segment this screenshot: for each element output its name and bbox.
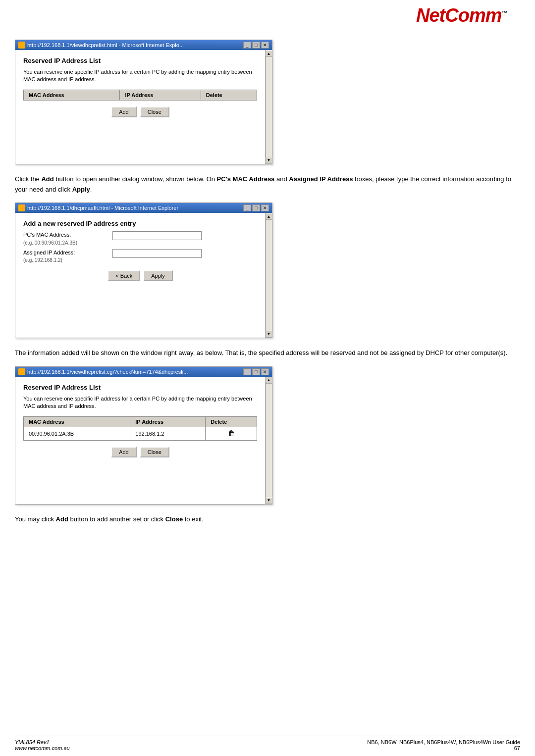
apply-button[interactable]: Apply (143, 270, 173, 281)
window2-titlebar: http://192.168.1.1/dhcpmaeflt.html - Mic… (15, 203, 272, 213)
window3: http://192.168.1.1/viewdhcprelist.cgi?ch… (15, 366, 272, 504)
close-window-button[interactable]: ✕ (261, 42, 269, 49)
window3-title: http://192.168.1.1/viewdhcprelist.cgi?ch… (27, 369, 188, 375)
window3-scroll-area: Reserved IP Address List You can reserve… (15, 377, 272, 504)
window1-controls[interactable]: _ □ ✕ (243, 42, 269, 49)
bold-ip: Assigned IP Address (289, 175, 353, 183)
scroll-up-arrow-2[interactable]: ▲ (266, 213, 272, 220)
window2-scroll-area: Add a new reserved IP address entry PC's… (15, 213, 272, 338)
scrollbar-track-3[interactable] (266, 384, 272, 497)
window2-scrollbar[interactable]: ▲ ▼ (265, 213, 272, 338)
window3-titlebar: http://192.168.1.1/viewdhcprelist.cgi?ch… (15, 367, 272, 377)
window1-body: Reserved IP Address List You can reserve… (15, 50, 265, 164)
window2-body: Add a new reserved IP address entry PC's… (15, 213, 265, 338)
mac-field-row: PC's MAC Address: (e.g.,00:90:96:01:2A:3… (23, 231, 257, 246)
window2-section-title: Add a new reserved IP address entry (23, 220, 257, 227)
delete-cell[interactable] (206, 427, 257, 440)
ie-icon (18, 42, 25, 49)
mac-cell: 00:90:96:01:2A:3B (24, 427, 130, 440)
col-delete: Delete (201, 90, 257, 100)
window2-titlebar-left: http://192.168.1.1/dhcpmaeflt.html - Mic… (18, 204, 178, 211)
maximize-button[interactable]: □ (252, 42, 260, 49)
logo-area: NetComm™ (416, 5, 525, 26)
window3-scrollbar[interactable]: ▲ ▼ (265, 377, 272, 504)
window1-titlebar: http://192.168.1.1/viewdhcprelist.html -… (15, 40, 272, 50)
mac-input[interactable] (112, 231, 202, 240)
window1-close-button[interactable]: Close (140, 106, 169, 117)
paragraph1: Click the Add button to open another dia… (15, 174, 520, 195)
minimize-button-2[interactable]: _ (243, 204, 251, 211)
ip-input[interactable] (112, 249, 202, 258)
paragraph2: The information added will be shown on t… (15, 348, 520, 358)
scrollbar-track[interactable] (266, 57, 272, 157)
window3-buttons: Add Close (23, 447, 257, 457)
col-mac-3: MAC Address (24, 416, 130, 427)
footer-revision: YML854 Rev1 (15, 739, 70, 745)
window1-scroll-area: Reserved IP Address List You can reserve… (15, 50, 272, 164)
scrollbar-track-2[interactable] (266, 220, 272, 331)
minimize-button[interactable]: _ (243, 42, 251, 49)
window3-table: MAC Address IP Address Delete 00:90:96:0… (23, 416, 257, 441)
ip-labels: Assigned IP Address: (e.g.,192.168.1.2) (23, 249, 112, 263)
window3-description: You can reserve one specific IP address … (23, 395, 257, 410)
scroll-down-arrow[interactable]: ▼ (266, 157, 272, 164)
window3-controls[interactable]: _ □ ✕ (243, 368, 269, 375)
paragraph3: You may click Add button to add another … (15, 514, 520, 525)
footer-right: NB6, NB6W, NB6Plus4, NB6Plus4W, NB6Plus4… (367, 739, 520, 751)
maximize-button-3[interactable]: □ (252, 368, 260, 375)
logo-text: NetComm™ (416, 5, 507, 26)
main-content: http://192.168.1.1/viewdhcprelist.html -… (15, 40, 520, 524)
window2-controls[interactable]: _ □ ✕ (243, 204, 269, 211)
bold-add-3: Add (56, 515, 68, 523)
close-window-button-2[interactable]: ✕ (261, 204, 269, 211)
table-row: 00:90:96:01:2A:3B 192.168.1.2 (24, 427, 257, 440)
back-button[interactable]: < Back (107, 270, 140, 281)
footer-page: 67 (367, 745, 520, 751)
scroll-down-arrow-2[interactable]: ▼ (266, 331, 272, 338)
col-ip-3: IP Address (130, 416, 206, 427)
footer-left: YML854 Rev1 www.netcomm.com.au (15, 739, 70, 751)
bold-close-3: Close (165, 515, 183, 523)
window1-section-title: Reserved IP Address List (23, 57, 257, 64)
col-ip: IP Address (120, 90, 201, 100)
close-window-button-3[interactable]: ✕ (261, 368, 269, 375)
footer: YML854 Rev1 www.netcomm.com.au NB6, NB6W… (15, 736, 520, 751)
window3-section-title: Reserved IP Address List (23, 384, 257, 391)
maximize-button-2[interactable]: □ (252, 204, 260, 211)
col-mac: MAC Address (24, 90, 120, 100)
window1-table: MAC Address IP Address Delete (23, 90, 257, 101)
window3-close-button[interactable]: Close (140, 447, 169, 457)
window2-title: http://192.168.1.1/dhcpmaeflt.html - Mic… (27, 205, 178, 211)
window1-add-button[interactable]: Add (111, 106, 137, 117)
ie-icon-3 (18, 368, 25, 375)
window1-titlebar-left: http://192.168.1.1/viewdhcprelist.html -… (18, 42, 184, 49)
bold-mac: PC's MAC Address (217, 175, 275, 183)
window1-description: You can reserve one specific IP address … (23, 68, 257, 84)
footer-product: NB6, NB6W, NB6Plus4, NB6Plus4W, NB6Plus4… (367, 739, 520, 745)
minimize-button-3[interactable]: _ (243, 368, 251, 375)
ip-label: Assigned IP Address: (23, 249, 112, 256)
ip-cell: 192.168.1.2 (130, 427, 206, 440)
ie-icon-2 (18, 204, 25, 211)
scroll-up-arrow[interactable]: ▲ (266, 50, 272, 57)
scroll-down-arrow-3[interactable]: ▼ (266, 497, 272, 504)
window3-add-button[interactable]: Add (111, 447, 137, 457)
bold-apply: Apply (72, 186, 90, 193)
scroll-up-arrow-3[interactable]: ▲ (266, 377, 272, 384)
mac-hint: (e.g.,00:90:96:01:2A:3B) (23, 240, 112, 246)
window3-body: Reserved IP Address List You can reserve… (15, 377, 265, 504)
window1-scrollbar[interactable]: ▲ ▼ (265, 50, 272, 164)
mac-labels: PC's MAC Address: (e.g.,00:90:96:01:2A:3… (23, 231, 112, 246)
ip-field-row: Assigned IP Address: (e.g.,192.168.1.2) (23, 249, 257, 263)
mac-label: PC's MAC Address: (23, 231, 112, 238)
delete-icon[interactable] (227, 429, 235, 438)
window1-buttons: Add Close (23, 106, 257, 117)
window1-title: http://192.168.1.1/viewdhcprelist.html -… (27, 42, 184, 48)
col-delete-3: Delete (206, 416, 257, 427)
window2: http://192.168.1.1/dhcpmaeflt.html - Mic… (15, 202, 272, 338)
ip-hint: (e.g.,192.168.1.2) (23, 257, 112, 263)
footer-website: www.netcomm.com.au (15, 745, 70, 751)
window2-buttons: < Back Apply (23, 270, 257, 281)
window1: http://192.168.1.1/viewdhcprelist.html -… (15, 40, 272, 164)
window3-titlebar-left: http://192.168.1.1/viewdhcprelist.cgi?ch… (18, 368, 188, 375)
